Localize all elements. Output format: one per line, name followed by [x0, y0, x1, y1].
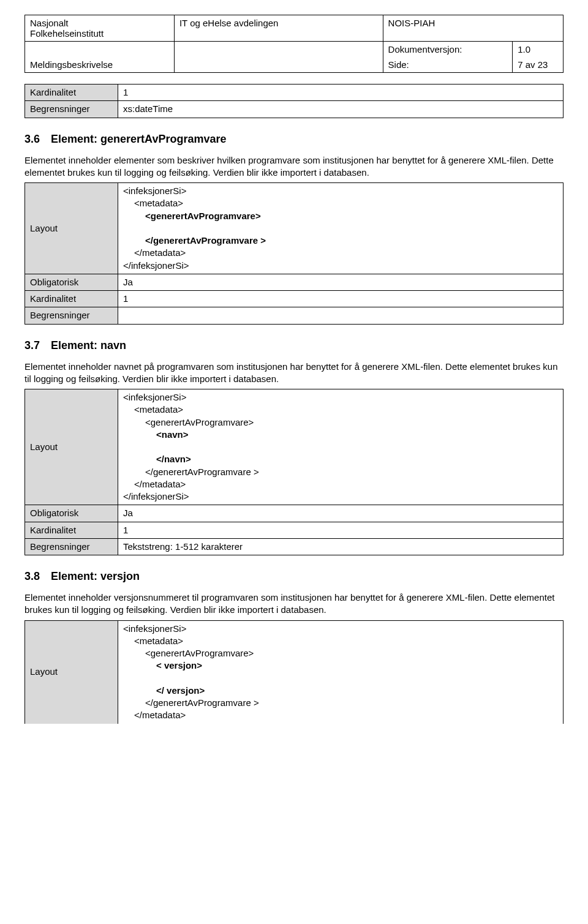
code-line: < versjon> — [123, 659, 558, 672]
hdr-dept: IT og eHelse avdelingen — [174, 15, 383, 42]
code-line: </generertAvProgramvare > — [123, 466, 558, 478]
code-line: <metadata> — [123, 635, 558, 647]
code-line: <infeksjonerSi> — [123, 185, 558, 197]
hdr-org-line2: Folkehelseinstitutt — [30, 28, 104, 39]
code-line: <generertAvProgramvare> — [123, 647, 558, 659]
sec-title: Element: versjon — [51, 570, 140, 582]
hdr-empty — [174, 42, 383, 73]
code-line: </metadata> — [123, 478, 558, 490]
hdr-org: Nasjonalt Folkehelseinstitutt — [25, 15, 175, 42]
code-blank — [123, 222, 558, 235]
kardinalitet-label: Kardinalitet — [25, 522, 118, 538]
code-line: <generertAvProgramvare> — [123, 416, 558, 429]
code-line: <infeksjonerSi> — [123, 391, 558, 404]
sec-num: 3.8 — [24, 570, 40, 582]
begrensninger-label: Begrensninger — [25, 101, 118, 118]
sec-title: Element: generertAvProgramvare — [51, 133, 226, 145]
code-line: </navn> — [123, 453, 558, 465]
sec37-desc: Elementet inneholder navnet på programva… — [24, 361, 564, 386]
layout-code: <infeksjonerSi> <metadata> <generertAvPr… — [118, 620, 564, 724]
layout-label: Layout — [25, 620, 118, 724]
kardinalitet-label: Kardinalitet — [25, 291, 118, 307]
top-def-table: Kardinalitet 1 Begrensninger xs:dateTime — [24, 84, 564, 118]
section-3-6-heading: 3.6Element: generertAvProgramvare — [24, 133, 564, 146]
code-line: <metadata> — [123, 197, 558, 209]
code-line: </infeksjonerSi> — [123, 260, 558, 272]
hdr-docdesc: Meldingsbeskrivelse — [25, 42, 175, 73]
begrensninger-value — [118, 307, 564, 324]
sec37-table: Layout <infeksjonerSi> <metadata> <gener… — [24, 389, 564, 555]
code-line: </infeksjonerSi> — [123, 490, 558, 503]
begrensninger-label: Begrensninger — [25, 307, 118, 324]
sec-num: 3.7 — [24, 339, 40, 351]
code-line: </generertAvProgramvare > — [123, 697, 558, 709]
code-line: </metadata> — [123, 709, 558, 721]
hdr-version: 1.0 — [513, 42, 564, 58]
hdr-system: NOIS-PIAH — [383, 15, 563, 42]
code-line: </generertAvProgramvare > — [123, 235, 558, 247]
section-3-8-heading: 3.8Element: versjon — [24, 570, 564, 583]
kardinalitet-value: 1 — [118, 522, 564, 538]
obligatorisk-value: Ja — [118, 274, 564, 290]
hdr-page: 7 av 23 — [513, 57, 564, 73]
hdr-org-line1: Nasjonalt — [30, 18, 69, 28]
code-line: </metadata> — [123, 247, 558, 259]
section-3-7-heading: 3.7Element: navn — [24, 339, 564, 352]
begrensninger-label: Begrensninger — [25, 538, 118, 555]
sec36-table: Layout <infeksjonerSi> <metadata> <gener… — [24, 182, 564, 325]
hdr-version-label: Dokumentversjon: — [383, 42, 513, 58]
hdr-page-label: Side: — [383, 57, 513, 73]
obligatorisk-label: Obligatorisk — [25, 274, 118, 290]
kardinalitet-value: 1 — [118, 291, 564, 307]
code-line: <navn> — [123, 429, 558, 441]
document-header-table: Nasjonalt Folkehelseinstitutt IT og eHel… — [24, 15, 564, 73]
sec36-desc: Elementet inneholder elementer som beskr… — [24, 154, 564, 179]
begrensninger-value: xs:dateTime — [118, 101, 564, 118]
code-blank — [123, 441, 558, 453]
kardinalitet-label: Kardinalitet — [25, 85, 118, 101]
code-line: <metadata> — [123, 404, 558, 416]
sec38-desc: Elementet inneholder versjonsnummeret ti… — [24, 592, 564, 617]
code-line: <generertAvProgramvare> — [123, 210, 558, 222]
obligatorisk-value: Ja — [118, 505, 564, 522]
layout-label: Layout — [25, 183, 118, 274]
sec38-table: Layout <infeksjonerSi> <metadata> <gener… — [24, 620, 564, 724]
code-line: <infeksjonerSi> — [123, 623, 558, 635]
layout-code: <infeksjonerSi> <metadata> <generertAvPr… — [118, 389, 564, 505]
kardinalitet-value: 1 — [118, 85, 564, 101]
sec-title: Element: navn — [51, 339, 126, 351]
code-blank — [123, 672, 558, 685]
sec-num: 3.6 — [24, 133, 40, 145]
begrensninger-value: Tekststreng: 1-512 karakterer — [118, 538, 564, 555]
layout-label: Layout — [25, 389, 118, 505]
obligatorisk-label: Obligatorisk — [25, 505, 118, 522]
layout-code: <infeksjonerSi> <metadata> <generertAvPr… — [118, 183, 564, 274]
code-line: </ versjon> — [123, 685, 558, 697]
